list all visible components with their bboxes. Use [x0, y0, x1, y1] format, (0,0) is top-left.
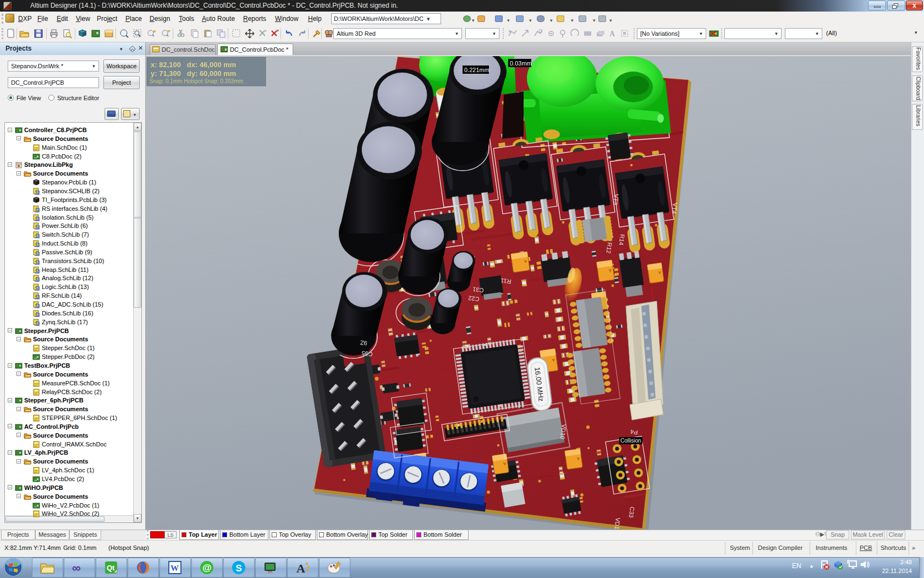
svg-text:R11: R11	[501, 277, 512, 285]
svg-text:VT3: VT3	[612, 194, 620, 205]
svg-text:R14: R14	[618, 234, 626, 246]
svg-text:W: W	[170, 564, 179, 572]
svg-text:C33: C33	[628, 506, 636, 518]
svg-text:0.221mm: 0.221mm	[464, 67, 490, 73]
svg-text:x: 82,100 dx: 46,000 mm: x: 82,100 dx: 46,000 mm	[151, 61, 236, 69]
svg-text:S: S	[236, 563, 242, 574]
svg-text:@: @	[202, 563, 212, 573]
svg-text:Snap: 0.1mm Hotspot Snap: 0.20: Snap: 0.1mm Hotspot Snap: 0.203mm	[150, 78, 243, 84]
svg-text:A: A	[296, 561, 305, 575]
svg-text:9Z: 9Z	[360, 339, 367, 347]
svg-text:Collision: Collision	[620, 438, 641, 444]
svg-text:P4: P4	[630, 428, 638, 436]
svg-text:∞: ∞	[72, 561, 81, 575]
svg-text:C22: C22	[468, 295, 480, 303]
svg-text:A: A	[609, 30, 615, 38]
svg-text:0.03mm: 0.03mm	[510, 60, 532, 67]
svg-text:C35: C35	[361, 350, 373, 358]
svg-text:Qt: Qt	[107, 564, 115, 572]
svg-text:VT4: VT4	[671, 203, 679, 214]
svg-text:R12: R12	[606, 242, 613, 254]
svg-text:C31: C31	[472, 286, 484, 294]
svg-text:y: 71,300 dy: 60,000 mm: y: 71,300 dy: 60,000 mm	[151, 69, 236, 78]
